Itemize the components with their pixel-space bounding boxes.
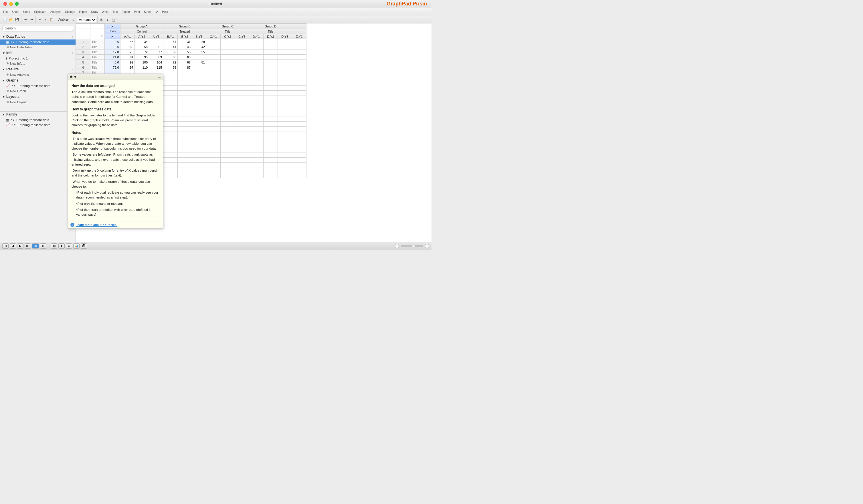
table-cell[interactable] (163, 173, 178, 178)
redo-btn[interactable]: ↪ (29, 17, 34, 23)
table-cell[interactable] (221, 147, 235, 152)
nav-next[interactable]: ▶ (17, 243, 24, 249)
delete-row-icon[interactable]: ✕ (90, 34, 105, 39)
table-cell[interactable] (235, 122, 249, 127)
table-cell[interactable] (178, 96, 192, 101)
table-cell[interactable] (264, 96, 278, 101)
sidebar-item-family-2[interactable]: 📈 XY: Entering replicate data (0, 123, 76, 128)
table-cell[interactable] (206, 127, 221, 132)
table-cell[interactable] (221, 122, 235, 127)
table-cell[interactable] (278, 60, 292, 65)
expand-data-tables[interactable]: » (72, 35, 73, 38)
table-cell[interactable] (206, 122, 221, 127)
table-cell[interactable] (249, 55, 264, 60)
table-cell[interactable] (221, 163, 235, 168)
table-cell[interactable] (192, 147, 206, 152)
table-cell[interactable] (249, 152, 264, 158)
table-cell[interactable] (192, 111, 206, 116)
table-cell[interactable] (149, 39, 163, 44)
col-dy1[interactable]: D:Y1 (249, 34, 264, 39)
table-cell[interactable] (192, 163, 206, 168)
table-cell[interactable] (178, 158, 192, 163)
col-cy2[interactable]: C:Y2 (221, 34, 235, 39)
save-btn[interactable]: 💾 (14, 17, 20, 23)
table-cell[interactable] (249, 132, 264, 137)
table-cell[interactable] (221, 173, 235, 178)
table-cell[interactable] (292, 132, 307, 137)
table-cell[interactable] (235, 44, 249, 50)
section-header-graphs[interactable]: ▼ Graphs » (0, 77, 76, 83)
section-header-data-tables[interactable]: ▼ Data Tables » (0, 34, 76, 39)
table-cell[interactable] (292, 163, 307, 168)
table-cell[interactable] (178, 137, 192, 142)
table-cell[interactable] (235, 96, 249, 101)
table-cell[interactable] (278, 96, 292, 101)
table-cell[interactable] (163, 111, 178, 116)
table-cell[interactable] (264, 158, 278, 163)
table-cell[interactable] (178, 132, 192, 137)
table-cell[interactable] (278, 55, 292, 60)
table-cell[interactable]: 42 (192, 44, 206, 50)
table-cell[interactable] (235, 173, 249, 178)
table-cell[interactable] (163, 132, 178, 137)
table-cell[interactable] (235, 80, 249, 86)
table-cell[interactable] (278, 116, 292, 122)
menu-print[interactable]: Print (133, 10, 141, 13)
table-cell[interactable] (178, 70, 192, 75)
view-spreadsheet[interactable]: ▤ (51, 243, 57, 249)
table-cell[interactable] (178, 91, 192, 96)
table-cell[interactable] (221, 55, 235, 60)
table-cell[interactable] (264, 55, 278, 60)
table-cell[interactable]: 87 (178, 65, 192, 70)
table-cell[interactable] (192, 86, 206, 91)
table-cell[interactable] (249, 96, 264, 101)
table-cell[interactable]: 61 (149, 44, 163, 50)
zoom-slider[interactable] (401, 245, 424, 247)
table-cell[interactable] (163, 91, 178, 96)
table-cell[interactable] (192, 152, 206, 158)
table-cell[interactable] (264, 116, 278, 122)
view-info[interactable]: ℹ (58, 243, 65, 249)
table-cell[interactable] (264, 75, 278, 80)
table-cell[interactable] (235, 55, 249, 60)
cut-btn[interactable]: ✂ (37, 17, 42, 23)
table-cell[interactable] (264, 137, 278, 142)
search-input[interactable] (2, 25, 73, 32)
table-cell[interactable] (235, 91, 249, 96)
table-cell[interactable] (264, 152, 278, 158)
table-cell[interactable] (163, 127, 178, 132)
table-cell[interactable] (221, 91, 235, 96)
table-cell[interactable] (163, 122, 178, 127)
table-cell[interactable] (292, 111, 307, 116)
table-cell[interactable]: 72 (135, 50, 149, 55)
table-cell[interactable] (278, 158, 292, 163)
table-cell[interactable]: 72.0 (105, 65, 121, 70)
table-cell[interactable]: 5 (76, 60, 90, 65)
minimize-button[interactable] (9, 2, 13, 6)
col-ay1[interactable]: A:Y1 (121, 34, 135, 39)
table-cell[interactable] (206, 163, 221, 168)
table-cell[interactable] (278, 91, 292, 96)
table-cell[interactable] (264, 44, 278, 50)
table-cell[interactable] (292, 96, 307, 101)
table-cell[interactable] (221, 70, 235, 75)
font-select[interactable]: Verdana (77, 17, 96, 22)
table-cell[interactable] (264, 91, 278, 96)
table-cell[interactable] (249, 147, 264, 152)
table-cell[interactable] (206, 116, 221, 122)
col-ay3[interactable]: A:Y3 (149, 34, 163, 39)
info-link[interactable]: Learn more about XY tables. (76, 223, 117, 227)
table-cell[interactable] (235, 163, 249, 168)
table-cell[interactable]: 3 (76, 50, 90, 55)
table-cell[interactable] (192, 91, 206, 96)
table-cell[interactable] (221, 96, 235, 101)
table-cell[interactable]: 29 (192, 39, 206, 44)
view-list[interactable]: ≡ (66, 243, 72, 249)
table-cell[interactable]: 55 (178, 50, 192, 55)
table-cell[interactable]: 77 (149, 50, 163, 55)
table-cell[interactable] (292, 55, 307, 60)
table-cell[interactable] (192, 70, 206, 75)
table-cell[interactable] (264, 163, 278, 168)
table-cell[interactable] (206, 96, 221, 101)
italic-btn[interactable]: I (105, 17, 111, 23)
